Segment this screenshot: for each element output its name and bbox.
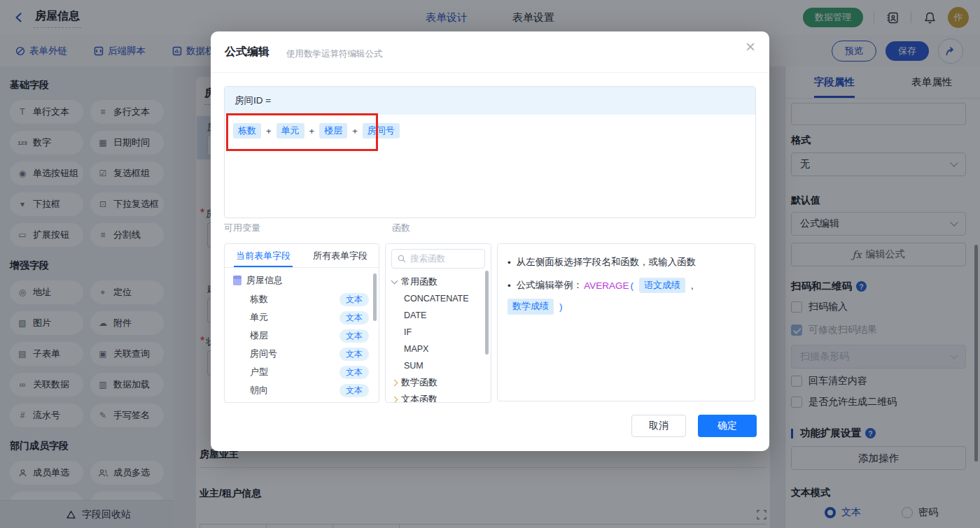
function-group-common[interactable]: 常用函数 [386,273,491,290]
formula-expression[interactable]: 栋数+单元+楼层+房间号 [225,115,755,138]
function-item[interactable]: SUM [386,357,491,374]
bullet: • [507,280,511,291]
variables-panel: 当前表单字段 所有表单字段 房屋信息 栋数文本单元文本楼层文本房间号文本户型文本… [224,243,379,403]
cancel-button[interactable]: 取消 [631,415,686,437]
function-item[interactable]: DATE [386,307,491,324]
function-group-text[interactable]: 文本函数 [386,391,491,403]
form-node[interactable]: 房屋信息 [225,268,379,290]
variable-name: 房间号 [250,348,277,360]
variable-type-badge: 文本 [340,384,369,397]
function-search-input[interactable]: 搜索函数 [391,249,485,269]
plus-operator: + [352,126,358,136]
variable-row[interactable]: 单元文本 [225,308,379,327]
tab-current-form-fields[interactable]: 当前表单字段 [225,244,302,267]
chevron-right-icon [391,396,398,403]
plus-operator: + [309,126,315,136]
variable-type-badge: 文本 [340,348,369,361]
search-placeholder: 搜索函数 [410,253,445,265]
formula-editor-box[interactable]: 房间ID = 栋数+单元+楼层+房间号 [224,86,756,218]
variable-name: 朝向 [250,384,268,397]
bullet: • [507,257,511,268]
chevron-right-icon [391,379,398,386]
form-doc-icon [233,276,241,285]
variable-row[interactable]: 户型文本 [225,363,379,381]
formula-field-chip[interactable]: 房间号 [363,123,400,138]
function-items: CONCATENATEDATEIFMAPXSUM [386,290,491,374]
search-icon [398,255,406,263]
formula-field-chip[interactable]: 楼层 [319,123,347,138]
example-arg-chip: 语文成绩 [639,278,685,293]
variable-type-badge: 文本 [340,366,369,379]
example-arg-chip: 数学成绩 [507,299,554,314]
formula-field-chip[interactable]: 栋数 [233,123,261,138]
modal-subtitle: 使用数学运算符编辑公式 [286,48,383,60]
confirm-button[interactable]: 确定 [698,415,757,437]
formula-editor-modal: 公式编辑 使用数学运算符编辑公式 × 房间ID = 栋数+单元+楼层+房间号 可… [211,31,769,451]
function-item[interactable]: MAPX [386,341,491,357]
variable-row[interactable]: 楼层文本 [225,327,379,345]
functions-label: 函数 [392,222,410,234]
functions-scrollbar-thumb[interactable] [485,271,489,355]
close-icon[interactable]: × [746,38,755,55]
variable-name: 户型 [250,366,268,378]
variable-type-badge: 文本 [340,293,369,306]
variable-name: 单元 [250,311,268,324]
formula-target: 房间ID = [225,87,755,115]
variable-row[interactable]: 房间号文本 [225,345,379,363]
plus-operator: + [266,126,272,136]
modal-header-divider [211,72,769,73]
variables-label: 可用变量 [224,222,260,234]
function-item[interactable]: CONCATENATE [386,290,491,307]
variables-scrollbar-thumb[interactable] [373,273,377,321]
tab-all-form-fields[interactable]: 所有表单字段 [302,244,379,267]
variable-type-badge: 文本 [340,311,369,324]
modal-title: 公式编辑 [225,45,270,59]
tips-panel: • 从左侧面板选择字段名和函数，或输入函数 • 公式编辑举例：AVERAGE(语… [497,243,755,401]
variable-type-badge: 文本 [340,329,369,343]
function-item[interactable]: IF [386,324,491,341]
chevron-down-icon [391,278,398,285]
tip-line-1: • 从左侧面板选择字段名和函数，或输入函数 [507,256,745,269]
variable-list: 栋数文本单元文本楼层文本房间号文本户型文本朝向文本 [225,290,379,399]
tip-line-2: • 公式编辑举例：AVERAGE(语文成绩,数学成绩) [507,278,745,315]
formula-field-chip[interactable]: 单元 [276,123,304,138]
functions-panel: 搜索函数 常用函数 CONCATENATEDATEIFMAPXSUM 数学函数 … [385,243,491,403]
function-group-math[interactable]: 数学函数 [386,374,491,391]
example-function-name: AVERAGE [584,280,629,291]
variable-name: 楼层 [250,329,268,342]
variable-name: 栋数 [250,293,268,306]
variable-row[interactable]: 朝向文本 [225,381,379,399]
variable-row[interactable]: 栋数文本 [225,290,379,308]
